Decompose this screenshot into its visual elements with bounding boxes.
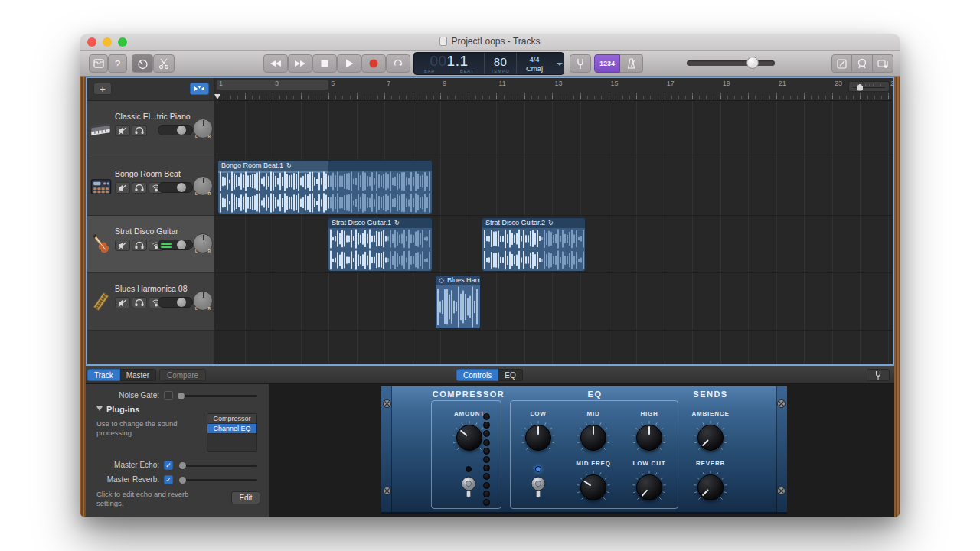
audio-region[interactable]: Bongo Room Beat.1↻ (217, 160, 433, 214)
tab-eq[interactable]: EQ (498, 369, 522, 381)
chevron-down-icon[interactable] (557, 63, 563, 69)
noise-gate-slider-thumb[interactable] (178, 393, 185, 399)
knob-pointer (537, 426, 539, 435)
master-reverb-slider-thumb[interactable] (179, 477, 186, 484)
forward-button[interactable] (288, 54, 312, 73)
disclosure-triangle-icon (96, 406, 103, 414)
volume-thumb[interactable] (177, 298, 186, 307)
screw-icon (383, 487, 391, 495)
cycle-button[interactable] (386, 54, 410, 73)
track-header-row[interactable]: Blues Harmonica 08LR (87, 273, 214, 331)
lcd-display[interactable]: 001.1 BAR BEAT 80 TEMPO 4/4 Cmaj (413, 52, 564, 75)
solo-button[interactable] (132, 125, 147, 136)
eq-mid-freq-knob[interactable]: MID FREQ (576, 470, 611, 505)
eq-low-knob[interactable]: LOW (521, 420, 556, 455)
tab-track[interactable]: Track (87, 369, 120, 381)
timeline-ruler[interactable]: 135791113151719212325 (215, 78, 893, 101)
master-volume-slider[interactable] (687, 60, 775, 66)
region-name: Blues Harmo (447, 276, 481, 285)
media-browser-button[interactable] (873, 54, 893, 73)
solo-button[interactable] (132, 297, 147, 308)
meter-led (483, 422, 490, 429)
note-pad-button[interactable] (831, 54, 852, 73)
tuner-button[interactable] (570, 54, 591, 73)
zoom-slider[interactable] (848, 81, 890, 92)
pan-knob[interactable]: LR (193, 119, 213, 139)
eq-low-cut-knob[interactable]: LOW CUT (632, 470, 667, 505)
tab-master[interactable]: Master (120, 369, 157, 381)
record-button[interactable] (361, 54, 386, 73)
knob-label: MID FREQ (563, 460, 624, 467)
knob-label: HIGH (619, 410, 680, 417)
add-track-button[interactable]: + (93, 83, 112, 95)
rewind-button[interactable] (263, 54, 288, 73)
metronome-button[interactable] (620, 54, 643, 73)
track-lane[interactable] (215, 101, 893, 158)
smart-controls-tab-bar: Track Master Compare Controls EQ (86, 366, 894, 384)
tab-controls[interactable]: Controls (456, 369, 498, 381)
audio-region[interactable]: Strat Disco Guitar.1↻ (328, 217, 433, 272)
plugins-disclosure[interactable]: Plug-ins (96, 405, 139, 414)
mute-button[interactable] (115, 125, 130, 136)
track-volume-slider[interactable] (158, 240, 193, 250)
controls-eq-segment: Controls EQ (456, 369, 523, 381)
pan-knob[interactable]: LR (193, 291, 213, 311)
track-lane[interactable] (215, 273, 893, 331)
noise-gate-checkbox[interactable] (164, 391, 173, 400)
titlebar[interactable]: ProjectLoops - Tracks (80, 34, 900, 51)
library-button[interactable] (89, 54, 108, 73)
smart-controls-tuner-button[interactable] (867, 369, 890, 381)
volume-thumb[interactable] (177, 126, 186, 135)
noise-gate-slider[interactable] (181, 395, 257, 397)
quick-help-button[interactable]: ? (108, 54, 127, 73)
track-header-row[interactable]: Bongo Room BeatLR (87, 158, 214, 216)
volume-thumb[interactable] (746, 57, 759, 69)
count-in-button[interactable]: 1234 (594, 54, 620, 73)
stop-button[interactable] (312, 54, 337, 73)
volume-thumb[interactable] (177, 240, 186, 249)
compressor-amount-knob[interactable]: AMOUNT (452, 420, 487, 455)
pan-knob[interactable]: LR (193, 176, 213, 196)
audio-region[interactable]: ◇Blues Harmo (435, 275, 481, 329)
plugin-slot[interactable]: Channel EQ (207, 424, 256, 434)
ruler-bar-number: 11 (498, 80, 505, 87)
follow-tempo-icon: ◇ (439, 276, 444, 285)
mute-button[interactable] (115, 240, 130, 251)
editors-button[interactable] (153, 54, 175, 73)
sends-reverb-knob[interactable]: REVERB (693, 470, 728, 505)
solo-button[interactable] (132, 240, 147, 251)
compare-button[interactable]: Compare (159, 369, 206, 381)
track-volume-slider[interactable] (158, 297, 193, 308)
master-reverb-slider[interactable] (181, 479, 257, 481)
mute-button[interactable] (115, 297, 130, 308)
solo-button[interactable] (132, 182, 147, 194)
playhead-handle[interactable] (214, 94, 220, 103)
eq-high-knob[interactable]: HIGH (632, 420, 667, 455)
master-echo-slider[interactable] (181, 465, 257, 467)
edit-button[interactable]: Edit (231, 491, 260, 504)
catch-playhead-button[interactable] (190, 83, 209, 95)
mute-button[interactable] (115, 182, 130, 194)
smart-controls-button[interactable] (132, 54, 153, 73)
eq-mid-knob[interactable]: MID (576, 420, 611, 455)
master-echo-checkbox[interactable]: ✓ (164, 461, 173, 470)
knob-label: AMBIENCE (680, 410, 741, 417)
track-header-row[interactable]: Classic El...tric PianoLR (87, 101, 214, 158)
loop-browser-button[interactable] (852, 54, 873, 73)
volume-thumb[interactable] (177, 183, 186, 192)
plugin-slot[interactable]: Compressor (207, 414, 256, 424)
pan-knob[interactable]: LR (193, 233, 213, 253)
compressor-toggle-switch[interactable] (459, 475, 478, 501)
track-header-row[interactable]: Strat Disco GuitarLR (87, 216, 214, 273)
compressor-gain-meter (483, 413, 490, 506)
play-button[interactable] (337, 54, 361, 73)
metronome-icon (626, 58, 636, 69)
master-reverb-checkbox[interactable]: ✓ (164, 475, 173, 484)
eq-toggle-switch[interactable] (529, 475, 547, 501)
master-echo-slider-thumb[interactable] (179, 462, 186, 469)
track-volume-slider[interactable] (158, 125, 193, 135)
noise-gate-label: Noise Gate: (86, 391, 159, 399)
audio-region[interactable]: Strat Disco Guitar.2↻ (482, 217, 586, 272)
track-volume-slider[interactable] (158, 182, 193, 193)
sends-ambience-knob[interactable]: AMBIENCE (693, 420, 728, 455)
